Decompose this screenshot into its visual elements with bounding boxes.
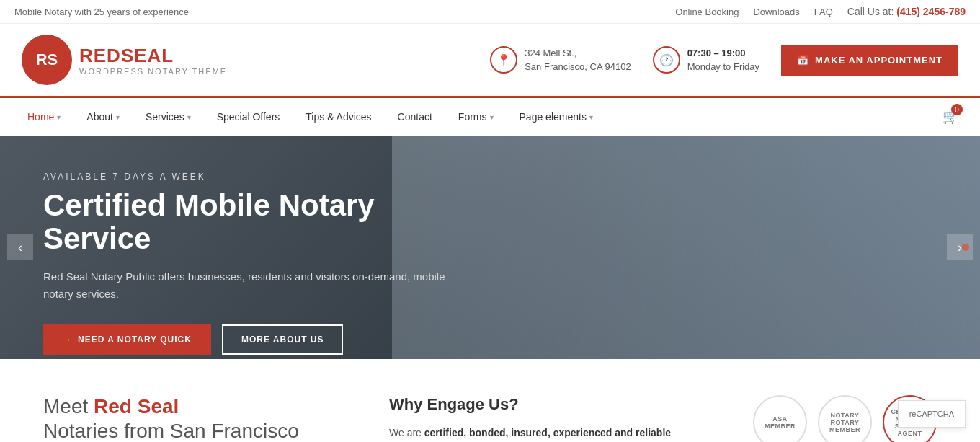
- gdpr-notice: reCAPTCHA: [898, 400, 966, 428]
- meet-section: Meet Red Seal Notaries from San Francisc…: [43, 395, 331, 442]
- nav-page-elements[interactable]: Page elements ▾: [507, 98, 606, 136]
- hero-available-text: AVAILABLE 7 DAYS A WEEK: [43, 172, 461, 182]
- badge-asa: ASA MEMBER: [753, 395, 807, 442]
- chevron-down-icon: ▾: [116, 113, 120, 121]
- phone-number[interactable]: (415) 2456-789: [896, 6, 966, 17]
- gdpr-text: reCAPTCHA: [909, 410, 954, 418]
- calendar-icon: 📅: [797, 55, 809, 66]
- logo-initials: RS: [36, 50, 58, 69]
- nav-home[interactable]: Home ▾: [14, 98, 74, 136]
- downloads-link[interactable]: Downloads: [753, 6, 799, 17]
- logo-name: REDSEAL: [79, 45, 227, 67]
- badge-notary-rotary: NOTARY ROTARY MEMBER: [818, 395, 872, 442]
- hero-buttons: → NEED A NOTARY QUICK MORE ABOUT US: [43, 324, 461, 355]
- nav-tips[interactable]: Tips & Advices: [293, 98, 384, 136]
- hours-text: 07:30 – 19:00 Monday to Friday: [687, 46, 760, 74]
- nav-services[interactable]: Services ▾: [133, 98, 204, 136]
- call-us-label: Call Us at:: [847, 6, 894, 17]
- chevron-right-icon: ›: [958, 240, 962, 255]
- phone-info: Call Us at: (415) 2456-789: [847, 6, 966, 17]
- location-icon: 📍: [490, 46, 517, 74]
- arrow-right-icon: →: [63, 335, 72, 345]
- nav-forms[interactable]: Forms ▾: [445, 98, 507, 136]
- appointment-button[interactable]: 📅 MAKE AN APPOINTMENT: [781, 45, 958, 76]
- hours-line2: Monday to Friday: [687, 61, 760, 72]
- logo-text-wrap: REDSEAL WORDPRESS NOTARY THEME: [79, 45, 227, 76]
- clock-icon: 🕐: [653, 46, 680, 74]
- slider-next-button[interactable]: ›: [947, 234, 973, 260]
- top-bar-links: Online Booking Downloads FAQ Call Us at:…: [675, 6, 966, 17]
- top-bar: Mobile Notary with 25 years of experienc…: [0, 0, 980, 24]
- hero-content: AVAILABLE 7 DAYS A WEEK Certified Mobile…: [0, 136, 504, 359]
- tagline: Mobile Notary with 25 years of experienc…: [14, 6, 189, 17]
- hours-line1: 07:30 – 19:00: [687, 48, 746, 58]
- hours-block: 🕐 07:30 – 19:00 Monday to Friday: [653, 46, 760, 74]
- hero-description: Red Seal Notary Public offers businesses…: [43, 268, 461, 303]
- logo[interactable]: RS REDSEAL WORDPRESS NOTARY THEME: [22, 35, 227, 85]
- address-text: 324 Mell St., San Francisco, CA 94102: [525, 46, 631, 74]
- nav-inner: Home ▾ About ▾ Services ▾ Special Offers…: [0, 98, 980, 136]
- chevron-down-icon: ▾: [589, 113, 593, 121]
- meet-label: Meet Red Seal: [43, 395, 331, 418]
- logo-icon: RS: [22, 35, 72, 85]
- chevron-down-icon: ▾: [490, 113, 494, 121]
- nav-special-offers[interactable]: Special Offers: [204, 98, 293, 136]
- engage-text: We are certified, bonded, insured, exper…: [389, 425, 695, 442]
- header-info: 📍 324 Mell St., San Francisco, CA 94102 …: [490, 45, 958, 76]
- nav-about[interactable]: About ▾: [74, 98, 133, 136]
- chevron-down-icon: ▾: [187, 113, 191, 121]
- chevron-left-icon: ‹: [18, 240, 22, 255]
- chevron-down-icon: ▾: [57, 113, 61, 121]
- appointment-label: MAKE AN APPOINTMENT: [815, 55, 943, 66]
- meet-rest: Notaries from San Francisco: [43, 418, 331, 442]
- more-about-us-button[interactable]: MORE ABOUT US: [222, 324, 344, 355]
- bottom-section: Meet Red Seal Notaries from San Francisc…: [0, 359, 980, 442]
- main-nav: Home ▾ About ▾ Services ▾ Special Offers…: [0, 96, 980, 136]
- faq-link[interactable]: FAQ: [814, 6, 833, 17]
- engage-section: Why Engage Us? We are certified, bonded,…: [389, 395, 695, 442]
- hero-slider: ‹ AVAILABLE 7 DAYS A WEEK Certified Mobi…: [0, 136, 980, 359]
- slider-prev-button[interactable]: ‹: [7, 234, 33, 260]
- cart-badge: 0: [951, 104, 963, 115]
- online-booking-link[interactable]: Online Booking: [675, 6, 739, 17]
- engage-title: Why Engage Us?: [389, 395, 695, 414]
- site-header: RS REDSEAL WORDPRESS NOTARY THEME 📍 324 …: [0, 24, 980, 96]
- cart-button[interactable]: 🛒 0: [935, 98, 966, 136]
- address-line2: San Francisco, CA 94102: [525, 61, 631, 72]
- logo-subtext: WORDPRESS NOTARY THEME: [79, 67, 227, 76]
- address-line1: 324 Mell St.,: [525, 48, 576, 58]
- address-block: 📍 324 Mell St., San Francisco, CA 94102: [490, 46, 631, 74]
- nav-contact[interactable]: Contact: [385, 98, 445, 136]
- hero-title: Certified Mobile Notary Service: [43, 189, 461, 255]
- need-notary-button[interactable]: → NEED A NOTARY QUICK: [43, 324, 211, 355]
